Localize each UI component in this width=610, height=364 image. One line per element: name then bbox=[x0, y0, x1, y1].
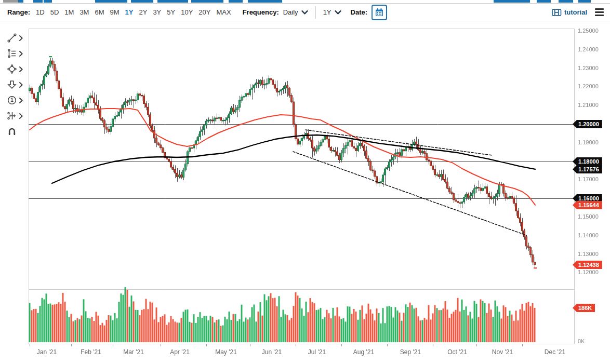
price-chart-canvas[interactable] bbox=[0, 0, 610, 364]
x-axis-label: Aug '21 bbox=[353, 348, 374, 356]
x-axis-label: Sep '21 bbox=[400, 348, 421, 356]
charting-app: { "colors":{ "accent_blue":"#1974b8","tu… bbox=[0, 0, 610, 364]
x-axis-label: Feb '21 bbox=[81, 348, 101, 356]
x-axis-label: Dec '21 bbox=[545, 348, 565, 356]
price-axis-label: 1.21000 bbox=[578, 102, 599, 108]
price-badge: 1.20000 bbox=[573, 120, 602, 128]
price-badge: 1.17576 bbox=[573, 165, 602, 173]
x-axis-label: Jan '21 bbox=[37, 348, 57, 356]
x-axis-label: Jul '21 bbox=[308, 348, 326, 356]
price-axis-label: 1.12000 bbox=[578, 269, 599, 275]
price-axis-label: 1.17000 bbox=[578, 176, 599, 182]
x-axis-label: Jun '21 bbox=[262, 348, 282, 356]
price-axis-label: 1.19000 bbox=[578, 139, 599, 145]
price-axis-label: 1.14000 bbox=[578, 232, 599, 238]
price-axis-label: 1.23000 bbox=[578, 65, 599, 71]
price-axis-label: 1.25000 bbox=[578, 28, 599, 34]
x-axis-label: Apr '21 bbox=[170, 348, 190, 356]
price-axis-label: 1.13000 bbox=[578, 251, 599, 257]
price-axis-label: 1.22000 bbox=[578, 83, 599, 89]
price-badge: 1.12438 bbox=[573, 261, 602, 269]
x-axis-label: Mar '21 bbox=[123, 348, 144, 356]
x-axis-label: May '21 bbox=[215, 348, 237, 356]
x-axis-label: Oct '21 bbox=[447, 348, 467, 356]
price-badge: 1.18000 bbox=[573, 157, 602, 166]
price-axis-label: 1.15000 bbox=[578, 213, 599, 220]
price-badge: 1.15644 bbox=[573, 201, 602, 209]
volume-axis-label: 0K bbox=[578, 338, 585, 344]
volume-badge: 186K bbox=[573, 304, 595, 312]
price-axis-label: 1.24000 bbox=[578, 46, 599, 52]
x-axis-label: Nov '21 bbox=[492, 348, 513, 356]
